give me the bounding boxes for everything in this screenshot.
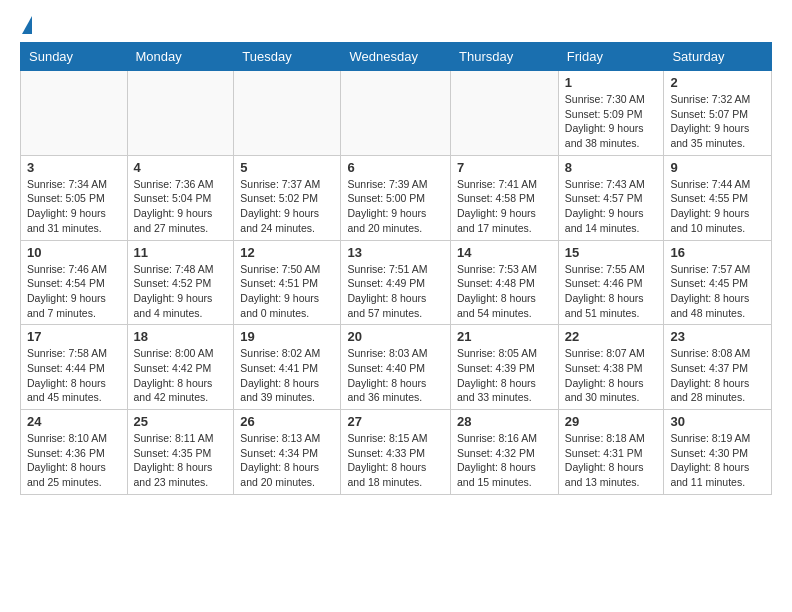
day-number: 3 <box>27 160 121 175</box>
day-number: 28 <box>457 414 552 429</box>
calendar-day-cell: 15Sunrise: 7:55 AM Sunset: 4:46 PM Dayli… <box>558 240 664 325</box>
day-info: Sunrise: 7:46 AM Sunset: 4:54 PM Dayligh… <box>27 262 121 321</box>
day-number: 29 <box>565 414 658 429</box>
calendar-day-cell: 6Sunrise: 7:39 AM Sunset: 5:00 PM Daylig… <box>341 155 451 240</box>
calendar-day-cell: 29Sunrise: 8:18 AM Sunset: 4:31 PM Dayli… <box>558 410 664 495</box>
calendar-day-cell: 18Sunrise: 8:00 AM Sunset: 4:42 PM Dayli… <box>127 325 234 410</box>
calendar-day-cell: 5Sunrise: 7:37 AM Sunset: 5:02 PM Daylig… <box>234 155 341 240</box>
day-info: Sunrise: 7:44 AM Sunset: 4:55 PM Dayligh… <box>670 177 765 236</box>
day-number: 8 <box>565 160 658 175</box>
calendar-day-cell: 23Sunrise: 8:08 AM Sunset: 4:37 PM Dayli… <box>664 325 772 410</box>
day-number: 11 <box>134 245 228 260</box>
day-info: Sunrise: 8:05 AM Sunset: 4:39 PM Dayligh… <box>457 346 552 405</box>
day-info: Sunrise: 7:39 AM Sunset: 5:00 PM Dayligh… <box>347 177 444 236</box>
calendar-day-cell: 3Sunrise: 7:34 AM Sunset: 5:05 PM Daylig… <box>21 155 128 240</box>
day-number: 5 <box>240 160 334 175</box>
day-number: 14 <box>457 245 552 260</box>
logo <box>20 16 32 34</box>
day-info: Sunrise: 7:57 AM Sunset: 4:45 PM Dayligh… <box>670 262 765 321</box>
calendar-week-row: 10Sunrise: 7:46 AM Sunset: 4:54 PM Dayli… <box>21 240 772 325</box>
day-info: Sunrise: 7:51 AM Sunset: 4:49 PM Dayligh… <box>347 262 444 321</box>
calendar-day-cell: 21Sunrise: 8:05 AM Sunset: 4:39 PM Dayli… <box>451 325 559 410</box>
day-number: 2 <box>670 75 765 90</box>
calendar-day-cell: 22Sunrise: 8:07 AM Sunset: 4:38 PM Dayli… <box>558 325 664 410</box>
calendar-day-cell: 8Sunrise: 7:43 AM Sunset: 4:57 PM Daylig… <box>558 155 664 240</box>
calendar-day-cell: 12Sunrise: 7:50 AM Sunset: 4:51 PM Dayli… <box>234 240 341 325</box>
calendar-day-cell <box>234 71 341 156</box>
day-number: 27 <box>347 414 444 429</box>
day-info: Sunrise: 7:53 AM Sunset: 4:48 PM Dayligh… <box>457 262 552 321</box>
day-info: Sunrise: 8:02 AM Sunset: 4:41 PM Dayligh… <box>240 346 334 405</box>
calendar-header-wednesday: Wednesday <box>341 43 451 71</box>
day-info: Sunrise: 7:48 AM Sunset: 4:52 PM Dayligh… <box>134 262 228 321</box>
day-number: 12 <box>240 245 334 260</box>
day-info: Sunrise: 7:36 AM Sunset: 5:04 PM Dayligh… <box>134 177 228 236</box>
calendar-day-cell: 13Sunrise: 7:51 AM Sunset: 4:49 PM Dayli… <box>341 240 451 325</box>
day-info: Sunrise: 8:00 AM Sunset: 4:42 PM Dayligh… <box>134 346 228 405</box>
day-number: 23 <box>670 329 765 344</box>
calendar-day-cell <box>451 71 559 156</box>
calendar-day-cell: 24Sunrise: 8:10 AM Sunset: 4:36 PM Dayli… <box>21 410 128 495</box>
calendar-day-cell: 10Sunrise: 7:46 AM Sunset: 4:54 PM Dayli… <box>21 240 128 325</box>
day-number: 18 <box>134 329 228 344</box>
day-info: Sunrise: 7:30 AM Sunset: 5:09 PM Dayligh… <box>565 92 658 151</box>
day-number: 7 <box>457 160 552 175</box>
day-number: 22 <box>565 329 658 344</box>
day-number: 10 <box>27 245 121 260</box>
calendar-day-cell: 2Sunrise: 7:32 AM Sunset: 5:07 PM Daylig… <box>664 71 772 156</box>
day-info: Sunrise: 8:15 AM Sunset: 4:33 PM Dayligh… <box>347 431 444 490</box>
calendar-header-tuesday: Tuesday <box>234 43 341 71</box>
calendar-day-cell: 19Sunrise: 8:02 AM Sunset: 4:41 PM Dayli… <box>234 325 341 410</box>
day-info: Sunrise: 8:03 AM Sunset: 4:40 PM Dayligh… <box>347 346 444 405</box>
calendar-day-cell: 4Sunrise: 7:36 AM Sunset: 5:04 PM Daylig… <box>127 155 234 240</box>
calendar-header-row: SundayMondayTuesdayWednesdayThursdayFrid… <box>21 43 772 71</box>
page-header <box>0 0 792 42</box>
day-info: Sunrise: 7:37 AM Sunset: 5:02 PM Dayligh… <box>240 177 334 236</box>
day-number: 19 <box>240 329 334 344</box>
calendar-day-cell: 16Sunrise: 7:57 AM Sunset: 4:45 PM Dayli… <box>664 240 772 325</box>
day-number: 26 <box>240 414 334 429</box>
calendar-day-cell: 27Sunrise: 8:15 AM Sunset: 4:33 PM Dayli… <box>341 410 451 495</box>
calendar-day-cell: 20Sunrise: 8:03 AM Sunset: 4:40 PM Dayli… <box>341 325 451 410</box>
calendar-wrapper: SundayMondayTuesdayWednesdayThursdayFrid… <box>0 42 792 505</box>
day-number: 4 <box>134 160 228 175</box>
calendar-day-cell <box>127 71 234 156</box>
day-number: 25 <box>134 414 228 429</box>
calendar-week-row: 1Sunrise: 7:30 AM Sunset: 5:09 PM Daylig… <box>21 71 772 156</box>
day-info: Sunrise: 8:18 AM Sunset: 4:31 PM Dayligh… <box>565 431 658 490</box>
day-number: 16 <box>670 245 765 260</box>
calendar-header-thursday: Thursday <box>451 43 559 71</box>
day-number: 21 <box>457 329 552 344</box>
day-number: 9 <box>670 160 765 175</box>
day-number: 24 <box>27 414 121 429</box>
calendar-header-monday: Monday <box>127 43 234 71</box>
day-info: Sunrise: 7:50 AM Sunset: 4:51 PM Dayligh… <box>240 262 334 321</box>
day-info: Sunrise: 8:16 AM Sunset: 4:32 PM Dayligh… <box>457 431 552 490</box>
day-info: Sunrise: 7:32 AM Sunset: 5:07 PM Dayligh… <box>670 92 765 151</box>
day-info: Sunrise: 7:43 AM Sunset: 4:57 PM Dayligh… <box>565 177 658 236</box>
day-number: 15 <box>565 245 658 260</box>
day-info: Sunrise: 7:41 AM Sunset: 4:58 PM Dayligh… <box>457 177 552 236</box>
calendar-day-cell: 25Sunrise: 8:11 AM Sunset: 4:35 PM Dayli… <box>127 410 234 495</box>
calendar-header-sunday: Sunday <box>21 43 128 71</box>
day-info: Sunrise: 8:11 AM Sunset: 4:35 PM Dayligh… <box>134 431 228 490</box>
day-info: Sunrise: 7:58 AM Sunset: 4:44 PM Dayligh… <box>27 346 121 405</box>
calendar-day-cell: 9Sunrise: 7:44 AM Sunset: 4:55 PM Daylig… <box>664 155 772 240</box>
day-number: 30 <box>670 414 765 429</box>
calendar-day-cell: 26Sunrise: 8:13 AM Sunset: 4:34 PM Dayli… <box>234 410 341 495</box>
calendar-day-cell <box>21 71 128 156</box>
day-number: 6 <box>347 160 444 175</box>
day-number: 13 <box>347 245 444 260</box>
calendar-week-row: 17Sunrise: 7:58 AM Sunset: 4:44 PM Dayli… <box>21 325 772 410</box>
calendar-day-cell: 17Sunrise: 7:58 AM Sunset: 4:44 PM Dayli… <box>21 325 128 410</box>
calendar-day-cell: 28Sunrise: 8:16 AM Sunset: 4:32 PM Dayli… <box>451 410 559 495</box>
day-info: Sunrise: 8:08 AM Sunset: 4:37 PM Dayligh… <box>670 346 765 405</box>
day-number: 1 <box>565 75 658 90</box>
calendar-day-cell: 1Sunrise: 7:30 AM Sunset: 5:09 PM Daylig… <box>558 71 664 156</box>
day-number: 17 <box>27 329 121 344</box>
calendar-day-cell: 14Sunrise: 7:53 AM Sunset: 4:48 PM Dayli… <box>451 240 559 325</box>
day-info: Sunrise: 8:13 AM Sunset: 4:34 PM Dayligh… <box>240 431 334 490</box>
calendar-table: SundayMondayTuesdayWednesdayThursdayFrid… <box>20 42 772 495</box>
calendar-header-saturday: Saturday <box>664 43 772 71</box>
day-number: 20 <box>347 329 444 344</box>
